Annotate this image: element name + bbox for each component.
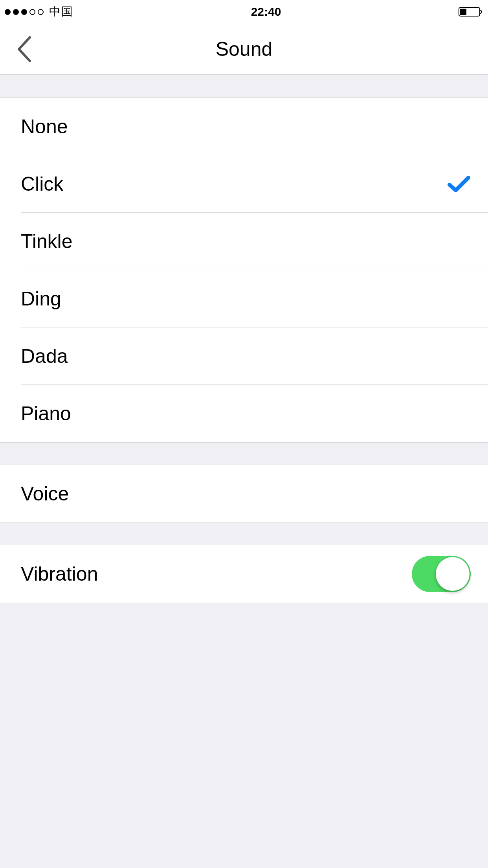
group-spacer: [0, 523, 488, 545]
sound-option-tinkle[interactable]: Tinkle: [0, 213, 488, 270]
vibration-row: Vibration: [0, 545, 488, 603]
status-left: 中国: [5, 4, 73, 20]
nav-bar: Sound: [0, 24, 488, 75]
checkmark-icon: [447, 175, 471, 193]
voice-label: Voice: [21, 482, 69, 505]
voice-row[interactable]: Voice: [0, 465, 488, 522]
sound-option-click[interactable]: Click: [0, 155, 488, 213]
sound-options-group: None Click Tinkle Ding Dada Piano: [0, 97, 488, 443]
group-spacer: [0, 443, 488, 465]
sound-option-label: Tinkle: [21, 230, 73, 253]
sound-option-ding[interactable]: Ding: [0, 270, 488, 327]
page-title: Sound: [216, 38, 273, 61]
signal-strength-icon: [5, 9, 44, 15]
sound-option-label: Click: [21, 173, 63, 195]
vibration-label: Vibration: [21, 563, 98, 585]
back-button[interactable]: [17, 36, 31, 63]
sound-option-label: Piano: [21, 402, 71, 425]
carrier-label: 中国: [49, 4, 73, 20]
group-spacer: [0, 75, 488, 97]
sound-option-label: Ding: [21, 287, 61, 310]
vibration-group: Vibration: [0, 545, 488, 603]
chevron-left-icon: [17, 36, 31, 63]
sound-option-piano[interactable]: Piano: [0, 385, 488, 442]
sound-option-none[interactable]: None: [0, 98, 488, 155]
voice-group: Voice: [0, 465, 488, 523]
status-time: 22:40: [251, 5, 281, 18]
sound-option-label: Dada: [21, 345, 68, 368]
toggle-knob: [436, 557, 470, 591]
battery-icon: [459, 7, 482, 17]
vibration-toggle[interactable]: [412, 556, 471, 592]
sound-option-dada[interactable]: Dada: [0, 327, 488, 385]
status-bar: 中国 22:40: [0, 0, 488, 24]
sound-option-label: None: [21, 115, 68, 138]
